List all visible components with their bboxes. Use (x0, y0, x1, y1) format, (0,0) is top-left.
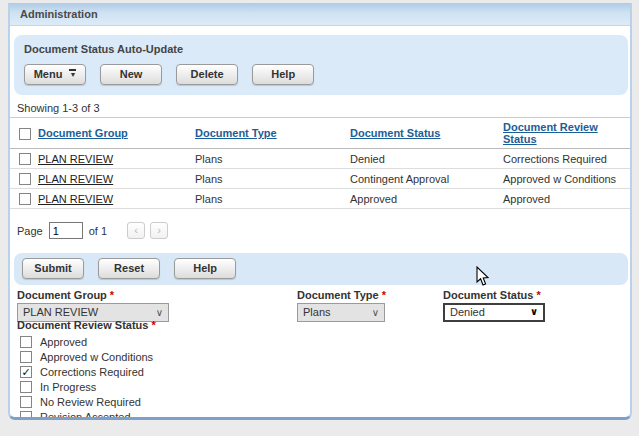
next-page-button[interactable]: › (150, 222, 168, 239)
results-count: Showing 1-3 of 3 (17, 102, 630, 114)
action-bar: Submit Reset Help (14, 253, 628, 285)
document-status-label: Document Status* (443, 289, 545, 301)
column-header-document-group[interactable]: Document Group (38, 127, 128, 139)
chevron-down-icon: ∨ (530, 304, 538, 319)
document-review-status-cell: Corrections Required (503, 149, 630, 169)
corrections-required-checkbox[interactable]: ✓ (20, 366, 32, 378)
results-table: Document Group Document Type Document St… (10, 117, 630, 209)
document-group-label: Document Group* (17, 289, 169, 301)
column-header-document-type[interactable]: Document Type (195, 127, 277, 139)
document-type-select[interactable]: Plans∨ (297, 303, 385, 322)
table-header-row: Document Group Document Type Document St… (10, 118, 630, 149)
required-asterisk: * (151, 319, 155, 331)
document-review-status-cell: Approved w Conditions (503, 169, 630, 189)
document-type-label: Document Type* (297, 289, 386, 301)
no-review-required-checkbox[interactable] (20, 396, 32, 408)
document-type-cell: Plans (195, 149, 350, 169)
column-header-document-status[interactable]: Document Status (350, 127, 440, 139)
row-checkbox[interactable] (19, 153, 31, 165)
document-group-link[interactable]: PLAN REVIEW (38, 153, 113, 165)
checkbox-option: In Progress (20, 379, 153, 394)
page-label: Page (17, 225, 43, 237)
table-row: PLAN REVIEW Plans Denied Corrections Req… (10, 149, 630, 169)
document-status-cell: Approved (350, 189, 503, 209)
document-status-cell: Contingent Approval (350, 169, 503, 189)
checkbox-label: No Review Required (40, 396, 141, 408)
document-review-status-label: Document Review Status* (17, 319, 156, 331)
reset-button[interactable]: Reset (98, 258, 160, 279)
checkbox-label: Approved (40, 336, 87, 348)
document-review-status-cell: Approved (503, 189, 630, 209)
document-type-cell: Plans (195, 189, 350, 209)
help-button-bottom[interactable]: Help (174, 258, 236, 279)
checkbox-label: Revision Accepted (40, 411, 131, 420)
chevron-left-icon: ‹ (134, 224, 138, 236)
chevron-down-icon: ∨ (372, 304, 379, 321)
document-status-select[interactable]: Denied∨ (443, 303, 545, 322)
row-checkbox[interactable] (19, 173, 31, 185)
required-asterisk: * (536, 289, 540, 301)
document-review-status-options: Approved Approved w Conditions ✓ Correct… (20, 334, 153, 420)
new-button[interactable]: New (100, 64, 162, 85)
checkbox-label: Approved w Conditions (40, 351, 153, 363)
help-button[interactable]: Help (252, 64, 314, 85)
document-status-auto-update-panel: Document Status Auto-Update Menu▼ New De… (14, 35, 628, 95)
document-group-link[interactable]: PLAN REVIEW (38, 173, 113, 185)
checkbox-option: Approved w Conditions (20, 349, 153, 364)
select-all-checkbox[interactable] (19, 128, 31, 140)
revision-accepted-checkbox[interactable] (20, 411, 32, 420)
checkbox-option: Revision Accepted (20, 409, 153, 420)
administration-window: Administration Document Status Auto-Upda… (8, 3, 632, 420)
page-number-input[interactable] (49, 222, 83, 239)
page-title: Administration (10, 3, 630, 26)
checkbox-label: In Progress (40, 381, 96, 393)
toolbar: Menu▼ New Delete Help (24, 64, 618, 85)
column-header-document-review-status[interactable]: Document Review Status (503, 121, 598, 145)
pagination: Page of 1 ‹ › (17, 222, 630, 239)
submit-button[interactable]: Submit (22, 258, 84, 279)
panel-title: Document Status Auto-Update (24, 43, 618, 55)
required-asterisk: * (382, 289, 386, 301)
document-status-cell: Denied (350, 149, 503, 169)
delete-button[interactable]: Delete (176, 64, 238, 85)
page-of-label: of 1 (89, 225, 107, 237)
table-row: PLAN REVIEW Plans Approved Approved (10, 189, 630, 209)
table-row: PLAN REVIEW Plans Contingent Approval Ap… (10, 169, 630, 189)
chevron-down-icon: ∨ (156, 304, 163, 321)
document-group-link[interactable]: PLAN REVIEW (38, 193, 113, 205)
in-progress-checkbox[interactable] (20, 381, 32, 393)
checkbox-option: Approved (20, 334, 153, 349)
menu-button[interactable]: Menu▼ (24, 64, 86, 85)
approved-w-conditions-checkbox[interactable] (20, 351, 32, 363)
row-checkbox[interactable] (19, 193, 31, 205)
required-asterisk: * (110, 289, 114, 301)
auto-update-form: Document Group* PLAN REVIEW∨ Document Ty… (10, 287, 630, 420)
document-type-cell: Plans (195, 169, 350, 189)
menu-caret-icon: ▼ (69, 69, 76, 78)
prev-page-button[interactable]: ‹ (127, 222, 145, 239)
chevron-right-icon: › (157, 224, 161, 236)
checkbox-label: Corrections Required (40, 366, 144, 378)
approved-checkbox[interactable] (20, 336, 32, 348)
checkbox-option: ✓ Corrections Required (20, 364, 153, 379)
checkbox-option: No Review Required (20, 394, 153, 409)
